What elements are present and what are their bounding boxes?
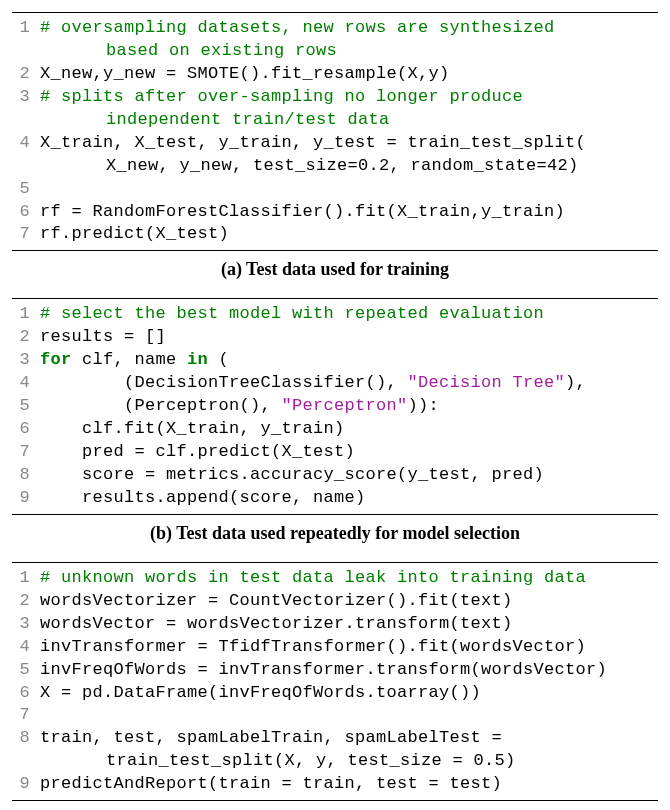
code-text: X_train, X_test, y_train, y_test = train… — [40, 132, 658, 155]
code-text: based on existing rows — [40, 40, 658, 63]
line-number: 9 — [12, 773, 40, 796]
caption: (c) Test data leaked in preprocessing — [12, 805, 658, 810]
code-token: clf.fit(X_train, y_train) — [40, 419, 345, 438]
code-token: ), — [565, 373, 586, 392]
code-token: rf.predict(X_test) — [40, 224, 229, 243]
code-token: independent train/test data — [106, 110, 390, 129]
code-token: score = metrics.accuracy_score(y_test, p… — [40, 465, 544, 484]
code-text: results.append(score, name) — [40, 487, 658, 510]
code-text: score = metrics.accuracy_score(y_test, p… — [40, 464, 658, 487]
code-token: # select the best model with repeated ev… — [40, 304, 544, 323]
line-number: 1 — [12, 17, 40, 40]
code-token: wordsVectorizer = CountVectorizer().fit(… — [40, 591, 513, 610]
code-token: (DecisionTreeClassifier(), — [40, 373, 408, 392]
line-number: 1 — [12, 567, 40, 590]
code-line-continuation: independent train/test data — [12, 109, 658, 132]
code-line: 2X_new,y_new = SMOTE().fit_resample(X,y) — [12, 63, 658, 86]
line-number: 2 — [12, 590, 40, 613]
line-number: 3 — [12, 613, 40, 636]
code-line: 9 results.append(score, name) — [12, 487, 658, 510]
code-line: 8 score = metrics.accuracy_score(y_test,… — [12, 464, 658, 487]
code-text: # splits after over-sampling no longer p… — [40, 86, 658, 109]
code-token: invFreqOfWords = invTransformer.transfor… — [40, 660, 607, 679]
code-line-continuation: train_test_split(X, y, test_size = 0.5) — [12, 750, 658, 773]
line-number: 5 — [12, 659, 40, 682]
code-token: ( — [208, 350, 229, 369]
rule — [12, 12, 658, 13]
code-token: based on existing rows — [106, 41, 337, 60]
code-token: invTransformer = TfidfTransformer().fit(… — [40, 637, 586, 656]
code-token: X_new,y_new = SMOTE().fit_resample(X,y) — [40, 64, 450, 83]
code-token: train_test_split(X, y, test_size = 0.5) — [106, 751, 516, 770]
code-token: X = pd.DataFrame(invFreqOfWords.toarray(… — [40, 683, 481, 702]
code-line: 7 pred = clf.predict(X_test) — [12, 441, 658, 464]
line-number: 8 — [12, 464, 40, 487]
code-text: for clf, name in ( — [40, 349, 658, 372]
line-number: 2 — [12, 326, 40, 349]
line-number: 3 — [12, 86, 40, 109]
code-listing: 1# unknown words in test data leak into … — [12, 567, 658, 796]
code-text: invTransformer = TfidfTransformer().fit(… — [40, 636, 658, 659]
code-text: independent train/test data — [40, 109, 658, 132]
line-number: 6 — [12, 682, 40, 705]
line-number: 5 — [12, 178, 40, 201]
code-text — [40, 704, 658, 727]
rule — [12, 514, 658, 515]
code-text: train_test_split(X, y, test_size = 0.5) — [40, 750, 658, 773]
code-text: # select the best model with repeated ev… — [40, 303, 658, 326]
code-line: 4 (DecisionTreeClassifier(), "Decision T… — [12, 372, 658, 395]
code-token: "Decision Tree" — [408, 373, 566, 392]
caption: (a) Test data used for training — [12, 255, 658, 294]
code-token: pred = clf.predict(X_test) — [40, 442, 355, 461]
code-line: 6rf = RandomForestClassifier().fit(X_tra… — [12, 201, 658, 224]
code-figure: 1# oversampling datasets, new rows are s… — [0, 0, 670, 810]
code-line: 5 (Perceptron(), "Perceptron")): — [12, 395, 658, 418]
code-line: 2wordsVectorizer = CountVectorizer().fit… — [12, 590, 658, 613]
code-token: results.append(score, name) — [40, 488, 366, 507]
code-token: (Perceptron(), — [40, 396, 282, 415]
code-line: 4X_train, X_test, y_train, y_test = trai… — [12, 132, 658, 155]
line-number: 1 — [12, 303, 40, 326]
line-number: 9 — [12, 487, 40, 510]
code-text: results = [] — [40, 326, 658, 349]
code-token: for — [40, 350, 72, 369]
code-text: pred = clf.predict(X_test) — [40, 441, 658, 464]
line-number: 7 — [12, 441, 40, 464]
code-text: predictAndReport(train = train, test = t… — [40, 773, 658, 796]
code-token: results = [] — [40, 327, 166, 346]
code-token: wordsVector = wordsVectorizer.transform(… — [40, 614, 513, 633]
code-token — [40, 179, 51, 198]
code-token: X_train, X_test, y_train, y_test = train… — [40, 133, 586, 152]
code-token: clf, name — [72, 350, 188, 369]
rule — [12, 800, 658, 801]
line-number: 7 — [12, 704, 40, 727]
code-text: X_new, y_new, test_size=0.2, random_stat… — [40, 155, 658, 178]
line-number: 6 — [12, 201, 40, 224]
code-text: # unknown words in test data leak into t… — [40, 567, 658, 590]
code-token: )): — [408, 396, 440, 415]
code-line: 6X = pd.DataFrame(invFreqOfWords.toarray… — [12, 682, 658, 705]
line-number: 8 — [12, 727, 40, 750]
code-line: 3# splits after over-sampling no longer … — [12, 86, 658, 109]
code-token: in — [187, 350, 208, 369]
code-listing: 1# oversampling datasets, new rows are s… — [12, 17, 658, 246]
code-text: wordsVector = wordsVectorizer.transform(… — [40, 613, 658, 636]
code-line-continuation: based on existing rows — [12, 40, 658, 63]
code-line: 1# unknown words in test data leak into … — [12, 567, 658, 590]
code-text: wordsVectorizer = CountVectorizer().fit(… — [40, 590, 658, 613]
code-line: 5invFreqOfWords = invTransformer.transfo… — [12, 659, 658, 682]
code-line: 7rf.predict(X_test) — [12, 223, 658, 246]
code-token: X_new, y_new, test_size=0.2, random_stat… — [106, 156, 579, 175]
rule — [12, 250, 658, 251]
code-line: 9predictAndReport(train = train, test = … — [12, 773, 658, 796]
code-text: invFreqOfWords = invTransformer.transfor… — [40, 659, 658, 682]
code-line: 4invTransformer = TfidfTransformer().fit… — [12, 636, 658, 659]
code-text — [40, 178, 658, 201]
code-text: (DecisionTreeClassifier(), "Decision Tre… — [40, 372, 658, 395]
line-number: 7 — [12, 223, 40, 246]
code-line: 1# oversampling datasets, new rows are s… — [12, 17, 658, 40]
code-token: # unknown words in test data leak into t… — [40, 568, 586, 587]
code-line-continuation: X_new, y_new, test_size=0.2, random_stat… — [12, 155, 658, 178]
code-line: 2results = [] — [12, 326, 658, 349]
code-token: predictAndReport(train = train, test = t… — [40, 774, 502, 793]
